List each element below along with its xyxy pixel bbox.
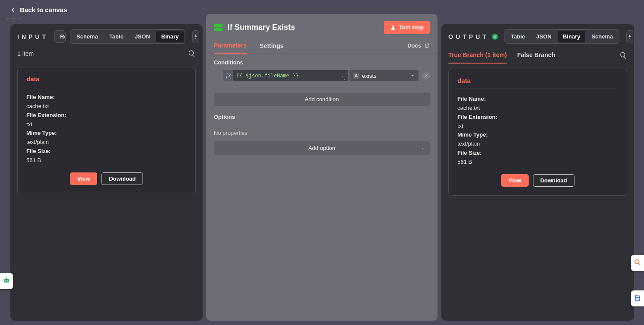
tab-table[interactable]: Table [506,31,530,42]
svg-rect-4 [4,279,9,283]
external-link-icon [424,43,430,49]
svg-point-5 [5,280,6,281]
view-button[interactable]: View [501,174,528,187]
save-icon [634,294,641,302]
tab-binary[interactable]: Binary [558,31,585,42]
expand-icon[interactable] [341,75,346,80]
view-button[interactable]: View [70,172,97,185]
svg-point-7 [635,260,639,264]
node-title: If Summary Exists [228,23,379,32]
chevron-down-icon [420,146,425,151]
input-title: INPUT [17,33,48,40]
options-title: Options [214,114,430,120]
chevron-down-icon [410,73,415,78]
check-icon [424,73,428,78]
tab-table[interactable]: Table [104,31,129,42]
true-branch-tab[interactable]: True Branch (1 item) [448,49,507,64]
field-value: text/plain [457,140,480,147]
add-option-button[interactable]: Add option [214,141,430,155]
docs-link[interactable]: Docs [407,42,430,49]
card-title: data [457,77,618,89]
input-view-tabs: Schema Table JSON Binary [70,29,185,44]
magnify-icon [634,258,641,266]
field-value: txt [457,123,463,129]
svg-point-3 [492,34,498,39]
field-label: File Extension: [457,114,497,120]
test-step-button[interactable]: Test step [384,21,430,34]
field-label: File Size: [457,150,482,156]
docs-label: Docs [407,42,421,49]
operator-select[interactable]: A exists [349,70,419,81]
input-pin-button[interactable] [192,30,199,43]
field-label: File Name: [26,94,55,100]
field-value: 561 B [457,159,472,165]
right-side-widget-2[interactable] [631,290,644,306]
bot-icon [3,277,10,284]
conditions-title: Conditions [214,59,430,66]
fx-icon: ƒx [223,70,233,81]
condition-status-toggle[interactable] [422,72,430,80]
node-config-panel: If Summary Exists Test step Parameters S… [206,14,438,321]
field-value: txt [26,121,32,127]
flask-icon [390,25,396,31]
tab-schema[interactable]: Schema [586,31,618,42]
output-view-tabs: Table JSON Binary Schema [504,29,620,44]
type-string-icon: A [353,73,359,79]
input-prev-node[interactable]: Read Sur [54,30,66,43]
tab-parameters[interactable]: Parameters [214,38,247,54]
search-icon[interactable] [619,51,627,59]
field-value: 561 B [26,157,41,163]
expression-input[interactable]: ƒx {{ $json.fileName }} [223,70,348,81]
tab-settings[interactable]: Settings [260,38,283,54]
card-title: data [26,75,187,87]
svg-point-0 [6,18,9,20]
field-label: File Size: [26,148,51,154]
download-button[interactable]: Download [533,174,574,187]
back-to-canvas-link[interactable]: Back to canvas [10,6,67,13]
test-step-label: Test step [399,24,424,31]
pin-icon [627,34,633,40]
workflow-graph-icon [5,16,22,22]
svg-point-6 [7,280,8,281]
field-value: cache.txt [457,105,480,111]
expression-text: {{ $json.fileName }} [233,70,348,81]
svg-point-1 [13,18,15,20]
add-condition-button[interactable]: Add condition [214,92,430,106]
success-check-icon [492,33,498,40]
false-branch-tab[interactable]: False Branch [517,49,555,64]
input-item-count: 1 item [17,50,34,57]
svg-point-2 [19,18,22,20]
output-title-text: OUTPUT [448,33,489,40]
field-label: Mime Type: [26,130,57,136]
search-icon[interactable] [188,50,196,57]
field-label: File Name: [457,96,486,102]
download-button[interactable]: Download [102,172,143,185]
field-label: File Extension: [26,112,66,118]
operator-value: exists [362,73,407,79]
if-node-icon [214,24,222,31]
back-label: Back to canvas [20,6,67,13]
input-data-card: data File Name: cache.txt File Extension… [17,67,196,194]
arrow-left-icon [10,6,16,13]
tab-binary[interactable]: Binary [156,31,184,42]
output-pin-button[interactable] [626,30,633,43]
left-side-widget[interactable] [0,273,13,289]
right-side-widget-1[interactable] [631,255,644,271]
output-title: OUTPUT [448,33,498,40]
field-value: text/plain [26,139,49,145]
add-option-label: Add option [308,145,335,151]
pin-icon [193,34,199,40]
input-panel: INPUT Read Sur Schema Table JSON Binary … [10,24,203,321]
field-label: Mime Type: [457,131,488,138]
condition-row: ƒx {{ $json.fileName }} A exists [214,70,430,81]
output-data-card: data File Name: cache.txt File Extension… [448,69,627,196]
output-panel: OUTPUT Table JSON Binary Schema True Bra… [441,24,634,321]
tab-json[interactable]: JSON [531,31,557,42]
field-value: cache.txt [26,103,49,109]
no-properties-text: No properties [206,130,438,141]
tab-schema[interactable]: Schema [71,31,103,42]
tab-json[interactable]: JSON [130,31,155,42]
